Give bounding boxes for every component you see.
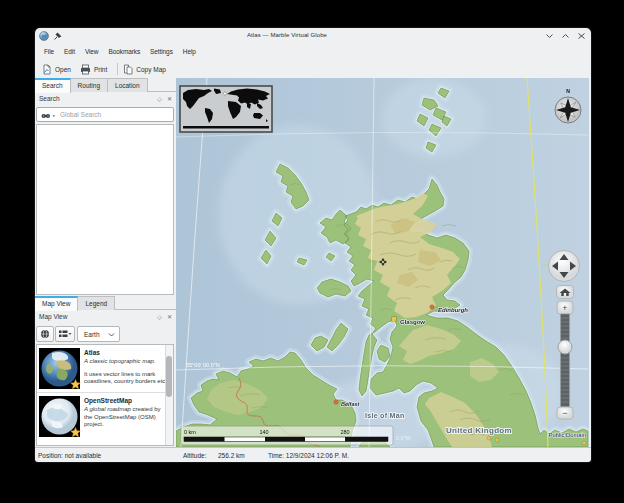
search-field[interactable] (36, 107, 174, 122)
list-view-button[interactable] (55, 326, 75, 342)
window-title: Atlas — Marble Virtual Globe (247, 32, 327, 38)
status-altitude-label: Altitude: (183, 452, 207, 459)
edinburgh-label: Edinburgh (438, 307, 468, 313)
chevron-down-icon (108, 332, 116, 338)
slider-handle (558, 340, 572, 354)
search-panel-title: Search (39, 95, 60, 102)
menu-view[interactable]: View (80, 44, 104, 60)
compass-north-label: N (566, 88, 570, 94)
overview-map[interactable] (180, 86, 272, 132)
home-button[interactable] (557, 286, 574, 299)
glasgow-marker (392, 317, 396, 321)
open-icon (42, 64, 52, 75)
scrollbar-thumb[interactable] (166, 356, 172, 397)
status-time: Time: 12/9/2024 12:06 P. M. (268, 452, 349, 459)
close-button[interactable] (577, 32, 586, 40)
print-button[interactable]: Print (80, 64, 107, 75)
isle-of-man-label: Isle of Man (365, 412, 404, 419)
map-canvas[interactable]: 55°00' 00.0"N 0.0"W Prime Meridian Glasg… (176, 78, 589, 447)
favorite-star-icon (70, 427, 81, 438)
search-input[interactable] (60, 108, 170, 121)
belfast-marker (334, 400, 338, 404)
statusbar: Position: not available Altitude: 256.2 … (35, 447, 591, 462)
atlas-thumbnail (39, 348, 80, 389)
tab-location[interactable]: Location (108, 78, 148, 92)
float-panel-icon[interactable]: ◇ (157, 95, 162, 102)
united-kingdom-label: United Kingdom (446, 426, 512, 435)
tab-legend[interactable]: Legend (78, 296, 115, 310)
map-theme-openstreetmap[interactable]: OpenStreetMap A global roadmap created b… (37, 393, 166, 440)
copy-icon (123, 64, 133, 75)
navigation-pad[interactable] (549, 251, 580, 282)
projection-globe-button[interactable] (36, 326, 54, 342)
maximize-button[interactable] (561, 32, 570, 40)
latitude-label: 55°00' 00.0"N (186, 362, 220, 368)
menu-help[interactable]: Help (178, 44, 201, 60)
tab-routing[interactable]: Routing (71, 78, 108, 92)
home-door (564, 293, 566, 296)
tab-search[interactable]: Search (35, 78, 71, 93)
longitude-label: 0.0"W (396, 435, 412, 441)
print-label: Print (94, 66, 107, 73)
zoom-out-label: − (562, 408, 567, 418)
menu-file[interactable]: File (39, 44, 59, 60)
slider-track (561, 314, 570, 407)
map-theme-title: Atlas (84, 349, 100, 356)
status-position: Position: not available (38, 452, 101, 459)
search-binoculars-icon[interactable] (40, 109, 60, 122)
edinburgh-marker (430, 305, 434, 309)
celestial-body-value: Earth (84, 331, 100, 338)
open-label: Open (55, 66, 71, 73)
toolbar-separator (117, 63, 118, 75)
mapview-panel-title: Map View (39, 313, 67, 320)
close-panel-icon[interactable]: ✕ (167, 313, 172, 320)
minimize-button[interactable] (545, 32, 554, 40)
sidebar-top-tabs: Search Routing Location (35, 78, 176, 92)
scale-280: 280 (340, 429, 349, 435)
scale-bar: 0 km 140 280 (181, 426, 393, 445)
search-results-panel[interactable] (36, 124, 174, 295)
print-icon (80, 64, 91, 75)
map-theme-list[interactable]: Atlas A classic topographic map. It uses… (36, 344, 174, 446)
marble-app-icon (39, 31, 49, 41)
menu-edit[interactable]: Edit (59, 44, 80, 60)
toolbar: Open Print Copy Map (35, 60, 591, 78)
sidebar: Search Routing Location Search ◇ ✕ Map V… (35, 78, 176, 447)
copy-map-label: Copy Map (136, 66, 166, 73)
marble-window: Atlas — Marble Virtual Globe File Edit V… (35, 28, 591, 462)
scale-140: 140 (259, 429, 268, 435)
zoom-in-label: + (562, 303, 567, 313)
globe-icon (40, 329, 50, 339)
map-theme-description: A global roadmap created by the OpenStre… (84, 406, 168, 438)
pin-icon[interactable] (53, 31, 63, 41)
open-button[interactable]: Open (42, 64, 71, 75)
copy-map-button[interactable]: Copy Map (123, 64, 166, 75)
close-panel-icon[interactable]: ✕ (167, 95, 172, 102)
favorite-star-icon (70, 379, 81, 390)
list-icon (58, 329, 72, 339)
map-theme-atlas[interactable]: Atlas A classic topographic map. It uses… (37, 345, 166, 392)
menubar: File Edit View Bookmarks Settings Help (35, 44, 591, 60)
menu-settings[interactable]: Settings (145, 44, 178, 60)
sidebar-bottom-tabs: Map View Legend (35, 296, 176, 310)
menu-bookmarks[interactable]: Bookmarks (103, 44, 145, 60)
current-position-dot (224, 92, 227, 95)
titlebar[interactable]: Atlas — Marble Virtual Globe (35, 28, 591, 44)
glasgow-label: Glasgow (400, 319, 425, 325)
status-altitude-value: 256.2 km (218, 452, 245, 459)
tab-map-view[interactable]: Map View (35, 296, 78, 311)
scale-0: 0 km (184, 429, 196, 435)
list-scrollbar[interactable] (165, 345, 173, 445)
map-theme-description: A classic topographic map. It uses vecto… (84, 358, 168, 390)
map-theme-title: OpenStreetMap (84, 397, 132, 404)
belfast-label: Belfast (341, 401, 361, 407)
attribution-label: Public Domain (549, 432, 586, 438)
osm-thumbnail (39, 396, 80, 437)
float-panel-icon[interactable]: ◇ (157, 313, 162, 320)
celestial-body-select[interactable]: Earth (77, 326, 120, 342)
